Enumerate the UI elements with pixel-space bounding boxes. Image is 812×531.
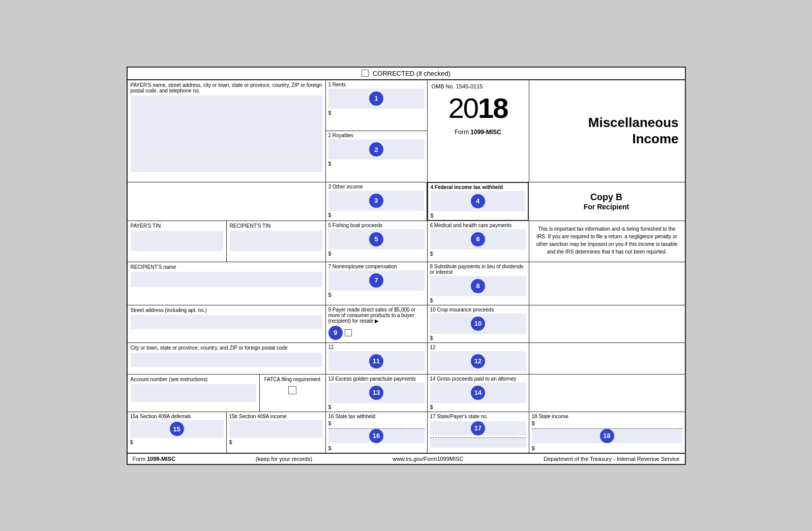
payer-name-section: PAYER'S name, street address, city or to…: [128, 80, 326, 182]
fatca-section: FATCA filing requirement: [260, 374, 326, 412]
recipient-tin-section: RECIPIENT'S TIN: [227, 221, 326, 262]
payer-tin-input[interactable]: [131, 231, 223, 251]
payer-name-label: PAYER'S name, street address, city or to…: [131, 82, 322, 93]
box18-label: 18 State income: [532, 414, 682, 419]
box12-label: 12: [430, 345, 526, 350]
box15a-dollar: $: [130, 439, 224, 445]
box6-dollar: $: [430, 251, 526, 257]
copy-b-section: Copy B For Recipient: [528, 182, 685, 221]
box18-dollar2: $: [532, 445, 682, 451]
badge15: 15: [170, 422, 184, 436]
notice-spacer-row5: [529, 305, 685, 342]
fatca-label: FATCA filing requirement: [264, 377, 320, 382]
box2-label: 2 Royalties: [328, 133, 425, 138]
header-row: CORRECTED (if checked): [128, 68, 685, 80]
box7-input-area[interactable]: 7: [328, 270, 425, 291]
street-address-label: Street address (including apt. no.): [131, 307, 322, 313]
box8-cell: 8 Substitute payments in lieu of dividen…: [428, 262, 529, 305]
box5-label: 5 Fishing boat proceeds: [328, 223, 425, 228]
box9-cell: 9 Payer made direct sales of $5,000 or m…: [326, 305, 428, 342]
box14-label: 14 Gross proceeds paid to an attorney: [430, 376, 526, 382]
title-line1: Miscellaneous: [588, 115, 679, 131]
payer-name-input-area[interactable]: [131, 96, 322, 172]
payer-spacer: [128, 182, 326, 221]
street-address-section: Street address (including apt. no.): [128, 305, 326, 342]
title-section: Miscellaneous Income: [529, 80, 685, 182]
year-prefix: 20: [448, 92, 478, 124]
footer-keep: (keep for your records): [256, 456, 312, 462]
box4-input-area[interactable]: 4: [431, 191, 525, 211]
box9-checkbox[interactable]: [345, 329, 352, 336]
box10-label: 10 Crop insurance proceeds: [430, 307, 526, 313]
badge9: 9: [328, 326, 343, 340]
box6-label: 6 Medical and health care payments: [430, 223, 526, 228]
footer-form-number: 1099-MISC: [147, 456, 175, 462]
box3-label: 3 Other income: [328, 184, 424, 190]
box14-dollar: $: [430, 404, 526, 410]
notice-section: This is important tax information and is…: [529, 221, 685, 262]
box5-input-area[interactable]: 5: [328, 229, 425, 249]
row7: Account number (see instructions) FATCA …: [128, 374, 685, 412]
badge2: 2: [369, 142, 383, 157]
box5-dollar: $: [328, 251, 425, 257]
fatca-checkbox[interactable]: [288, 386, 296, 394]
badge3: 3: [369, 194, 383, 208]
recipient-tin-input[interactable]: [230, 231, 322, 251]
box18-dollar1: $: [532, 420, 682, 426]
copy-b-subtitle: For Recipient: [584, 203, 629, 211]
notice-text: This is important tax information and is…: [536, 226, 678, 255]
payer-tin-label: PAYER'S TIN: [131, 223, 223, 229]
account-number-input[interactable]: [131, 384, 256, 402]
box1-dollar: $: [328, 110, 425, 116]
notice-spacer-row4: [529, 262, 685, 305]
corrected-checkbox[interactable]: [362, 70, 369, 77]
box2-dollar: $: [328, 161, 425, 167]
footer-row: Form 1099-MISC (keep for your records) w…: [128, 453, 685, 464]
row6: City or town, state or province, country…: [128, 342, 685, 374]
city-section: City or town, state or province, country…: [128, 343, 326, 374]
year-display: 2018: [448, 91, 508, 124]
recipient-name-input[interactable]: [131, 272, 322, 287]
box6-input-area[interactable]: 6: [430, 229, 526, 249]
copy-b-title: Copy B: [590, 192, 622, 203]
box17-label: 17 State/Payer's state no.: [430, 414, 526, 419]
box3-dollar: $: [328, 212, 424, 218]
box4-dollar: $: [431, 212, 525, 218]
badge6: 6: [471, 232, 485, 246]
form-1099-misc: CORRECTED (if checked) PAYER'S name, str…: [127, 67, 686, 465]
street-address-input[interactable]: [131, 315, 322, 329]
box10-input-area[interactable]: 10: [430, 314, 526, 334]
omb-year-section: OMB No. 1545-0115 2018 Form 1099-MISC: [428, 80, 529, 182]
box12-input-area[interactable]: 12: [430, 351, 526, 371]
box7-dollar: $: [328, 292, 425, 298]
box10-dollar: $: [430, 335, 526, 341]
box4-label: 4 Federal income tax withheld: [431, 184, 525, 190]
box8-label: 8 Substitute payments in lieu of dividen…: [430, 264, 526, 275]
city-input[interactable]: [131, 353, 322, 367]
recipient-tin-label: RECIPIENT'S TIN: [230, 223, 322, 229]
badge11: 11: [369, 354, 383, 368]
box13-cell: 13 Excess golden parachute payments 13 $: [326, 374, 428, 412]
row4: RECIPIENT'S name 7 Nonemployee compensat…: [128, 262, 685, 305]
badge5: 5: [369, 232, 383, 246]
box17-cell: 17 State/Payer's state no. 17: [428, 412, 529, 453]
box2-cell: 2 Royalties 2 $: [326, 131, 427, 182]
box1-box2-column: 1 Rents 1 $ 2 Royalties 2 $: [326, 80, 428, 182]
box11-input-area[interactable]: 11: [328, 351, 425, 371]
box13-input-area[interactable]: 13: [328, 383, 425, 403]
payer-tin-section: PAYER'S TIN: [128, 221, 227, 262]
account-number-section: Account number (see instructions): [128, 374, 260, 412]
box16-dollar2: $: [328, 445, 425, 451]
footer-website: www.irs.gov/Form1099MISC: [393, 456, 463, 462]
box2-input-area[interactable]: 2: [328, 139, 425, 160]
box3-input-area[interactable]: 3: [328, 191, 424, 211]
box8-input-area[interactable]: 8: [430, 276, 526, 296]
corrected-label: CORRECTED (if checked): [373, 70, 450, 77]
badge7: 7: [369, 273, 383, 288]
box14-input-area[interactable]: 14: [430, 383, 526, 403]
form-number-bold: 1099-MISC: [470, 129, 501, 136]
box1-input-area[interactable]: 1: [328, 88, 425, 109]
box9-label: 9 Payer made direct sales of $5,000 or m…: [328, 307, 425, 324]
box5-cell: 5 Fishing boat proceeds 5 $: [326, 221, 428, 262]
box15b-label: 15b Section 409A income: [229, 414, 323, 419]
